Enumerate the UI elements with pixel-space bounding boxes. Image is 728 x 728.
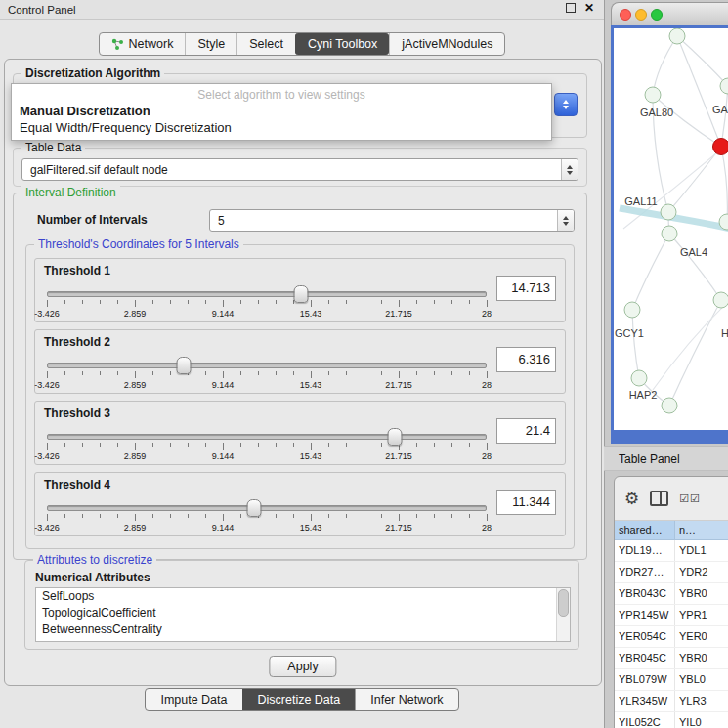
minimize-traffic-light[interactable] (635, 9, 647, 21)
threshold-slider[interactable]: -3.4262.8599.14415.4321.71528 (47, 502, 487, 532)
table-cell[interactable]: YIL0 (675, 712, 728, 728)
numerical-attributes-list[interactable]: SelfLoopsTopologicalCoefficientBetweenne… (35, 587, 571, 642)
attributes-to-discretize-group: Attributes to discretize Numerical Attri… (24, 560, 579, 650)
dropdown-item-manual-discretization[interactable]: Manual Discretization (12, 103, 551, 119)
list-scrollbar[interactable] (556, 588, 570, 641)
table-cell[interactable]: YDL1 (675, 540, 728, 561)
table-cell[interactable]: YER0 (675, 626, 728, 647)
network-node[interactable] (669, 28, 686, 45)
show-columns-icon[interactable] (650, 491, 668, 506)
slider-handle[interactable] (176, 357, 191, 374)
table-row[interactable]: YDR27…YDR2 (615, 562, 728, 583)
tab-impute-data[interactable]: Impute Data (146, 689, 241, 710)
table-cell[interactable]: YDL19… (615, 540, 675, 561)
tab-jactivemnodules[interactable]: jActiveMNodules (389, 33, 504, 55)
column-header-shared-name[interactable]: shared… (615, 521, 675, 539)
tick-mark (451, 443, 452, 447)
num-intervals-combo[interactable]: 5 (209, 209, 575, 232)
attribute-list-item[interactable]: SelfLoops (36, 588, 570, 605)
network-node[interactable] (713, 292, 728, 309)
network-node[interactable] (662, 226, 678, 242)
combo-stepper-icon[interactable] (561, 159, 578, 180)
threshold-label: Threshold 4 (44, 478, 110, 492)
gear-icon[interactable]: ⚙ (624, 491, 639, 507)
tick-mark (434, 514, 435, 518)
table-cell[interactable]: YIL052C (615, 712, 675, 728)
tick-mark (152, 514, 153, 518)
table-row[interactable]: YIL052CYIL0 (615, 712, 728, 728)
tick-mark (311, 300, 312, 307)
table-row[interactable]: YBR045CYBR0 (615, 648, 728, 669)
tick-label: 2.859 (124, 380, 147, 390)
table-cell[interactable]: YPR1 (675, 605, 728, 625)
slider-handle[interactable] (246, 499, 261, 517)
table-cell[interactable]: YBR0 (675, 648, 728, 668)
tick-mark (434, 300, 435, 304)
table-row[interactable]: YLR345WYLR3 (615, 691, 728, 712)
table-row[interactable]: YPR145WYPR1 (615, 605, 728, 626)
network-canvas[interactable]: GAL80GAGAL11GAL4GCY1HHAP2 (614, 28, 728, 430)
table-cell[interactable]: YBR0 (675, 583, 728, 604)
table-cell[interactable]: YBL079W (615, 669, 675, 690)
slider-ticks (47, 443, 487, 450)
table-row[interactable]: YDL19…YDL1 (615, 540, 728, 562)
network-window-titlebar (611, 2, 728, 25)
close-traffic-light[interactable] (620, 9, 631, 21)
network-node[interactable] (719, 214, 728, 231)
table-cell[interactable]: YBR045C (615, 648, 675, 668)
select-columns-icons[interactable]: ☑☑ (679, 492, 701, 505)
algorithm-combo-stepper[interactable] (554, 93, 578, 116)
network-node[interactable] (645, 87, 662, 104)
slider-handle[interactable] (293, 285, 308, 303)
table-cell[interactable]: YDR2 (675, 562, 728, 582)
table-cell[interactable]: YLR345W (615, 691, 675, 711)
attribute-list-item[interactable]: TopologicalCoefficient (36, 605, 570, 621)
tick-mark (487, 300, 488, 307)
table-data-combo[interactable]: galFiltered.sif default node (21, 158, 578, 181)
tab-select[interactable]: Select (236, 33, 295, 55)
network-view-frame: GAL80GAGAL11GAL4GCY1HHAP2 (611, 25, 728, 444)
threshold-slider[interactable]: -3.4262.8599.14415.4321.71528 (47, 288, 487, 318)
close-icon[interactable]: ✕ (584, 2, 594, 14)
tab-cyni-toolbox[interactable]: Cyni Toolbox (295, 33, 389, 55)
attribute-list-item[interactable]: BetweennessCentrality (36, 621, 570, 638)
column-header-name[interactable]: n… (675, 521, 728, 539)
tab-label: Infer Network (370, 693, 443, 707)
tab-style[interactable]: Style (185, 33, 236, 55)
network-node[interactable] (631, 370, 648, 387)
tab-network[interactable]: Network (100, 33, 186, 55)
network-node[interactable] (661, 204, 677, 221)
slider-handle[interactable] (387, 428, 402, 446)
threshold-slider[interactable]: -3.4262.8599.14415.4321.71528 (47, 431, 487, 460)
threshold-value-field[interactable]: 11.344 (496, 490, 556, 515)
network-node[interactable] (624, 302, 641, 319)
table-cell[interactable]: YLR3 (675, 691, 728, 711)
threshold-value-field[interactable]: 6.316 (496, 347, 556, 372)
threshold-slider[interactable]: -3.4262.8599.14415.4321.71528 (47, 360, 487, 389)
table-row[interactable]: YBL079WYBL0 (615, 669, 728, 691)
apply-button[interactable]: Apply (269, 656, 336, 677)
table-cell[interactable]: YER054C (615, 626, 675, 647)
tick-mark (293, 443, 294, 447)
zoom-traffic-light[interactable] (651, 9, 663, 21)
network-node-red[interactable] (712, 138, 728, 155)
table-cell[interactable]: YBL0 (675, 669, 728, 690)
network-node[interactable] (662, 398, 678, 414)
table-row[interactable]: YBR043CYBR0 (615, 583, 728, 605)
float-window-icon[interactable] (566, 3, 576, 13)
network-node-label: HAP2 (629, 389, 658, 401)
table-cell[interactable]: YDR27… (615, 562, 675, 582)
threshold-value-field[interactable]: 21.4 (496, 418, 556, 444)
tick-mark (311, 371, 312, 378)
table-cell[interactable]: YBR043C (615, 583, 675, 604)
scrollbar-thumb[interactable] (558, 589, 569, 617)
table-cell[interactable]: YPR145W (615, 605, 675, 625)
top-tab-bar: Network Style Select Cyni Toolbox jActiv… (0, 32, 604, 56)
combo-stepper-icon[interactable] (557, 210, 574, 231)
tick-mark (117, 300, 118, 304)
threshold-value-field[interactable]: 14.713 (496, 276, 556, 301)
tab-infer-network[interactable]: Infer Network (355, 689, 457, 710)
tab-discretize-data[interactable]: Discretize Data (242, 689, 356, 710)
dropdown-item-equal-width[interactable]: Equal Width/Frequency Discretization (12, 119, 551, 136)
table-row[interactable]: YER054CYER0 (615, 626, 728, 648)
